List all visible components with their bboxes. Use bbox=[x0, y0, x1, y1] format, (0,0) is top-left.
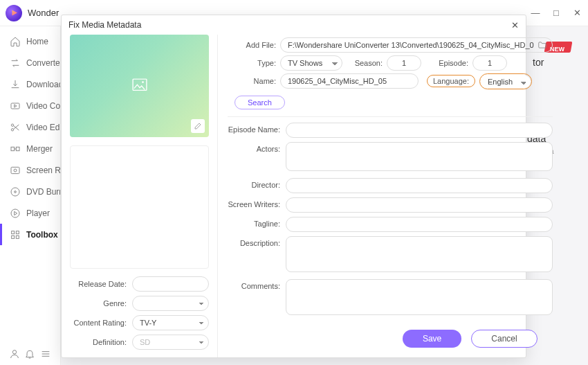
add-file-path[interactable]: F:\Wondershare UniConverter 13\Converted… bbox=[280, 37, 553, 53]
sidebar-item-label: Video Editor bbox=[26, 123, 60, 132]
definition-label: Definition: bbox=[70, 338, 132, 346]
fix-metadata-modal: Fix Media Metadata ✕ Release Date: Genre… bbox=[61, 15, 526, 358]
svg-point-7 bbox=[11, 188, 19, 196]
content-rating-label: Content Rating: bbox=[70, 319, 132, 327]
sidebar-item-video-compressor[interactable]: Video Compressor bbox=[0, 95, 60, 116]
sidebar-item-label: DVD Burner bbox=[26, 187, 60, 197]
user-icon[interactable] bbox=[9, 348, 20, 359]
folder-icon[interactable] bbox=[538, 40, 547, 50]
svg-rect-12 bbox=[12, 235, 15, 238]
scissors-icon bbox=[10, 122, 21, 133]
screen-writers-input[interactable] bbox=[286, 197, 553, 213]
svg-point-16 bbox=[142, 81, 144, 83]
play-icon bbox=[10, 208, 21, 219]
sidebar-bottom-icons bbox=[0, 348, 60, 359]
season-input[interactable] bbox=[387, 55, 421, 71]
language-highlight: English bbox=[479, 73, 532, 89]
episode-input[interactable] bbox=[472, 55, 507, 71]
modal-right-column: Add File: F:\Wondershare UniConverter 13… bbox=[217, 35, 562, 357]
director-label: Director: bbox=[228, 178, 286, 189]
svg-rect-15 bbox=[133, 79, 147, 90]
type-select[interactable]: TV Shows bbox=[280, 55, 342, 71]
director-input[interactable] bbox=[286, 178, 553, 193]
sidebar-item-toolbox[interactable]: Toolbox bbox=[0, 224, 60, 245]
cover-thumbnail bbox=[70, 35, 209, 137]
svg-rect-4 bbox=[16, 147, 19, 150]
episode-name-input[interactable] bbox=[286, 123, 553, 138]
sidebar-item-label: Toolbox bbox=[26, 230, 58, 240]
tagline-input[interactable] bbox=[286, 217, 553, 232]
close-window-button[interactable]: ✕ bbox=[571, 8, 582, 18]
svg-rect-5 bbox=[11, 167, 19, 173]
episode-label: Episode: bbox=[425, 59, 468, 67]
svg-point-6 bbox=[14, 169, 17, 172]
download-icon bbox=[10, 79, 21, 90]
merger-icon bbox=[10, 143, 21, 154]
actors-label: Actors: bbox=[228, 142, 286, 153]
bell-icon[interactable] bbox=[24, 348, 35, 359]
sidebar-item-label: Video Compressor bbox=[26, 101, 60, 111]
edit-cover-button[interactable] bbox=[191, 119, 205, 133]
minimize-button[interactable]: — bbox=[530, 8, 541, 18]
disc-icon bbox=[10, 186, 21, 197]
maximize-button[interactable]: □ bbox=[551, 8, 562, 18]
add-file-label: Add File: bbox=[228, 41, 276, 49]
modal-title: Fix Media Metadata bbox=[68, 20, 141, 30]
sidebar-item-home[interactable]: Home bbox=[0, 30, 60, 52]
modal-close-button[interactable]: ✕ bbox=[511, 20, 519, 30]
sidebar-item-label: Home bbox=[26, 37, 48, 46]
sidebar-item-label: Converter bbox=[26, 58, 60, 68]
release-date-label: Release Date: bbox=[70, 280, 132, 288]
edit-icon bbox=[194, 122, 202, 130]
language-select[interactable]: English bbox=[481, 75, 531, 88]
content-rating-select[interactable]: TV-Y bbox=[132, 315, 209, 330]
description-label: Description: bbox=[228, 236, 286, 247]
sidebar-item-label: Downloader bbox=[26, 80, 60, 89]
divider bbox=[228, 116, 553, 117]
svg-rect-0 bbox=[11, 103, 19, 109]
sidebar: Home Converter Downloader Video Compress… bbox=[0, 26, 61, 365]
sidebar-item-label: Player bbox=[26, 208, 50, 218]
release-date-input[interactable] bbox=[132, 276, 209, 292]
sidebar-item-downloader[interactable]: Downloader bbox=[0, 73, 60, 95]
name-input[interactable] bbox=[280, 73, 419, 89]
app-logo-icon bbox=[6, 5, 22, 21]
menu-icon[interactable] bbox=[40, 348, 51, 359]
description-input[interactable] bbox=[286, 236, 553, 272]
modal-left-column: Release Date: Genre: Content Rating: TV-… bbox=[62, 35, 217, 357]
actors-input[interactable] bbox=[286, 142, 553, 171]
language-label: Language: bbox=[427, 75, 475, 87]
sidebar-item-label: Merger bbox=[26, 144, 53, 154]
record-icon bbox=[10, 165, 21, 176]
sidebar-item-label: Screen Recorder bbox=[26, 166, 60, 175]
image-placeholder-icon bbox=[132, 78, 147, 91]
type-label: Type: bbox=[228, 59, 276, 67]
cancel-button[interactable]: Cancel bbox=[471, 330, 537, 348]
app-title: Wonder bbox=[28, 8, 59, 18]
sidebar-item-dvd-burner[interactable]: DVD Burner bbox=[0, 181, 60, 202]
sidebar-item-merger[interactable]: Merger bbox=[0, 138, 60, 159]
svg-rect-13 bbox=[16, 235, 19, 238]
sidebar-item-video-editor[interactable]: Video Editor bbox=[0, 116, 60, 138]
converter-icon bbox=[10, 57, 21, 69]
svg-point-8 bbox=[15, 190, 17, 193]
sidebar-item-screen-recorder[interactable]: Screen Recorder bbox=[0, 159, 60, 181]
svg-point-9 bbox=[11, 209, 19, 217]
genre-label: Genre: bbox=[70, 299, 132, 308]
compressor-icon bbox=[10, 100, 21, 112]
add-file-path-text: F:\Wondershare UniConverter 13\Converted… bbox=[288, 41, 534, 49]
genre-select[interactable] bbox=[132, 296, 209, 311]
svg-point-14 bbox=[12, 350, 16, 354]
season-label: Season: bbox=[347, 59, 383, 67]
sidebar-item-player[interactable]: Player bbox=[0, 202, 60, 224]
svg-rect-11 bbox=[16, 231, 19, 233]
definition-select[interactable]: SD bbox=[132, 335, 209, 350]
results-list-placeholder bbox=[70, 145, 209, 269]
name-label: Name: bbox=[228, 77, 276, 85]
modal-titlebar: Fix Media Metadata ✕ bbox=[62, 15, 526, 35]
comments-input[interactable] bbox=[286, 279, 553, 315]
svg-rect-3 bbox=[11, 147, 15, 150]
search-button[interactable]: Search bbox=[235, 96, 285, 109]
save-button[interactable]: Save bbox=[403, 330, 461, 348]
sidebar-item-converter[interactable]: Converter bbox=[0, 52, 60, 73]
